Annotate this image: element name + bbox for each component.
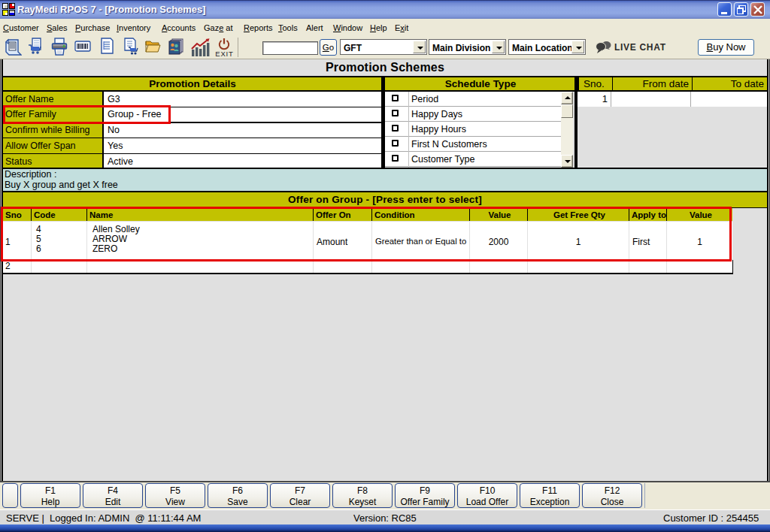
svg-text:EXIT: EXIT [215,50,233,58]
